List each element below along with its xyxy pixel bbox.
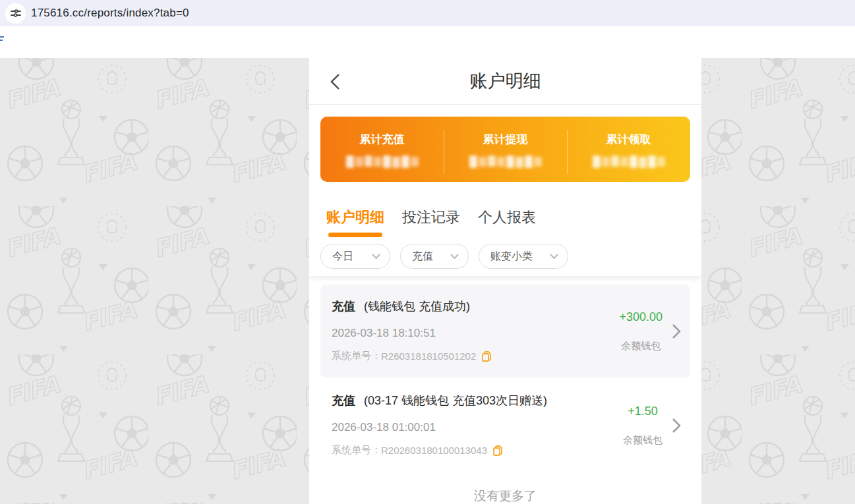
tune-icon <box>11 8 21 18</box>
summary-total-withdraw: 累计提现 <box>444 117 567 182</box>
tabs: 账户明细 投注记录 个人报表 <box>309 208 701 237</box>
site-settings-button[interactable] <box>5 3 26 24</box>
divider <box>567 130 568 174</box>
summary-total-claim: 累计领取 <box>567 117 690 182</box>
order-label: 系统单号： <box>332 444 381 457</box>
record-right: +1.50 余额钱包 <box>623 379 681 472</box>
record-row[interactable]: 充值 (03-17 钱能钱包 充值303次日赠送) 2026-03-18 01:… <box>320 379 690 472</box>
page-top-strip <box>0 26 855 58</box>
chevron-down-icon <box>372 254 380 259</box>
url-text[interactable]: 175616.cc/reports/index?tab=0 <box>31 7 189 20</box>
record-row[interactable]: 充值 (钱能钱包 充值成功) 2026-03-18 18:10:51 系统单号：… <box>320 285 690 378</box>
tab-account-detail[interactable]: 账户明细 <box>326 208 384 237</box>
order-number: R2603181810501202 <box>381 350 476 362</box>
chevron-down-icon <box>550 254 558 259</box>
account-detail-panel: 账户明细 累计充值 累计提现 累计领取 账户明细 投注记录 个人报表 <box>309 58 701 504</box>
record-amount: +1.50 <box>628 405 658 418</box>
filter-label: 账变小类 <box>490 250 533 264</box>
order-label: 系统单号： <box>332 350 381 362</box>
record-type: 充值 <box>332 394 355 407</box>
summary-label: 累计充值 <box>360 132 405 147</box>
no-more-label: 没有更多了 <box>309 488 701 504</box>
filter-subtype-dropdown[interactable]: 账变小类 <box>479 244 568 269</box>
redacted-value <box>345 155 419 168</box>
summary-label: 累计领取 <box>606 132 651 147</box>
copy-icon[interactable] <box>493 445 503 456</box>
filter-label: 今日 <box>332 250 353 264</box>
summary-label: 累计提现 <box>483 132 528 147</box>
order-number: R202603180100013043 <box>381 445 487 456</box>
filter-label: 充值 <box>412 250 433 264</box>
copy-icon[interactable] <box>482 351 492 362</box>
filter-date-dropdown[interactable]: 今日 <box>320 244 390 269</box>
divider <box>444 130 444 174</box>
record-right: +300.00 余额钱包 <box>619 285 681 378</box>
tab-bet-records[interactable]: 投注记录 <box>402 208 460 237</box>
chevron-left-icon <box>329 81 342 92</box>
browser-url-bar[interactable]: 175616.cc/reports/index?tab=0 <box>0 0 855 26</box>
record-amount: +300.00 <box>619 310 663 324</box>
redacted-value <box>592 155 666 168</box>
app-header: 账户明细 <box>309 58 701 105</box>
filters: 今日 充值 账变小类 <box>309 244 701 269</box>
chevron-down-icon <box>450 254 459 259</box>
record-desc: (钱能钱包 充值成功) <box>364 300 470 313</box>
record-wallet: 余额钱包 <box>623 434 663 447</box>
redacted-value <box>469 155 543 168</box>
edge-glyph <box>0 36 4 44</box>
sticky-header-section: 累计充值 累计提现 累计领取 账户明细 投注记录 个人报表 今日 <box>309 117 701 276</box>
summary-card: 累计充值 累计提现 累计领取 <box>320 117 690 182</box>
record-wallet: 余额钱包 <box>621 340 661 352</box>
page-title: 账户明细 <box>309 58 701 105</box>
back-button[interactable] <box>329 73 342 90</box>
chevron-right-icon[interactable] <box>672 323 681 339</box>
summary-total-deposit: 累计充值 <box>320 117 444 182</box>
chevron-right-icon[interactable] <box>672 418 681 434</box>
tab-personal-report[interactable]: 个人报表 <box>478 208 536 237</box>
filter-type-dropdown[interactable]: 充值 <box>400 244 469 269</box>
record-type: 充值 <box>332 300 355 313</box>
record-desc: (03-17 钱能钱包 充值303次日赠送) <box>364 394 547 407</box>
